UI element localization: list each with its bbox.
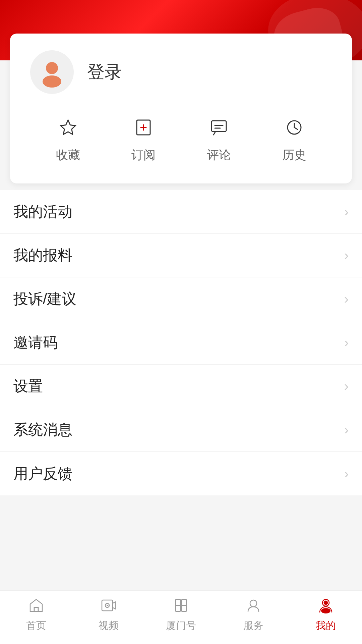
chevron-right-icon: ›	[344, 466, 349, 481]
history-icon	[281, 114, 308, 141]
nav-item-home[interactable]: 首页	[0, 595, 72, 633]
xiamen-icon	[171, 595, 191, 615]
menu-item-feedback[interactable]: 用户反馈 ›	[0, 452, 362, 495]
favorites-label: 收藏	[56, 147, 80, 163]
chevron-right-icon: ›	[344, 248, 349, 263]
bottom-navigation: 首页 视频 厦门号	[0, 590, 362, 644]
favorites-action[interactable]: 收藏	[55, 114, 81, 163]
menu-list: 我的活动 › 我的报料 › 投诉/建议 › 邀请码 › 设置 › 系统消息 › …	[0, 190, 362, 495]
subscribe-label: 订阅	[131, 147, 156, 163]
video-icon	[99, 595, 119, 615]
menu-item-complaints[interactable]: 投诉/建议 ›	[0, 277, 362, 321]
history-action[interactable]: 历史	[281, 114, 308, 163]
star-icon	[55, 114, 81, 141]
subscribe-action[interactable]: 订阅	[130, 114, 157, 163]
services-nav-label: 服务	[243, 619, 263, 633]
svg-marker-14	[107, 604, 109, 606]
svg-rect-11	[34, 607, 38, 611]
menu-item-invite-code[interactable]: 邀请码 ›	[0, 321, 362, 365]
history-label: 历史	[282, 147, 306, 163]
chevron-right-icon: ›	[344, 422, 349, 437]
subscribe-icon	[130, 114, 157, 141]
xiamen-nav-label: 厦门号	[166, 619, 196, 633]
login-button[interactable]: 登录	[87, 60, 122, 84]
svg-point-19	[250, 600, 257, 607]
chevron-right-icon: ›	[344, 335, 349, 350]
video-nav-label: 视频	[99, 619, 119, 633]
svg-point-1	[43, 75, 61, 88]
profile-card: 登录 收藏 订阅	[10, 34, 352, 183]
menu-item-system-messages[interactable]: 系统消息 ›	[0, 408, 362, 452]
home-icon	[26, 595, 46, 615]
services-icon	[243, 595, 263, 615]
svg-point-22	[321, 608, 330, 613]
menu-item-my-tips[interactable]: 我的报料 ›	[0, 234, 362, 277]
avatar[interactable]	[30, 50, 74, 94]
menu-item-settings[interactable]: 设置 ›	[0, 365, 362, 408]
nav-item-services[interactable]: 服务	[217, 595, 290, 633]
quick-actions-bar: 收藏 订阅 评论	[30, 114, 332, 163]
comments-action[interactable]: 评论	[205, 114, 232, 163]
chevron-right-icon: ›	[344, 204, 349, 219]
comments-label: 评论	[207, 147, 231, 163]
profile-top: 登录	[30, 50, 332, 94]
home-nav-label: 首页	[26, 619, 46, 633]
svg-point-21	[324, 601, 328, 605]
svg-rect-5	[212, 121, 226, 131]
nav-item-video[interactable]: 视频	[72, 595, 145, 633]
svg-line-10	[294, 127, 298, 129]
mine-icon	[316, 595, 336, 615]
nav-item-xiamen[interactable]: 厦门号	[145, 595, 217, 633]
svg-point-0	[46, 62, 58, 74]
menu-item-my-activities[interactable]: 我的活动 ›	[0, 190, 362, 234]
nav-item-mine[interactable]: 我的	[290, 595, 362, 633]
chevron-right-icon: ›	[344, 379, 349, 394]
comment-icon	[205, 114, 232, 141]
chevron-right-icon: ›	[344, 291, 349, 307]
mine-nav-label: 我的	[316, 619, 336, 633]
